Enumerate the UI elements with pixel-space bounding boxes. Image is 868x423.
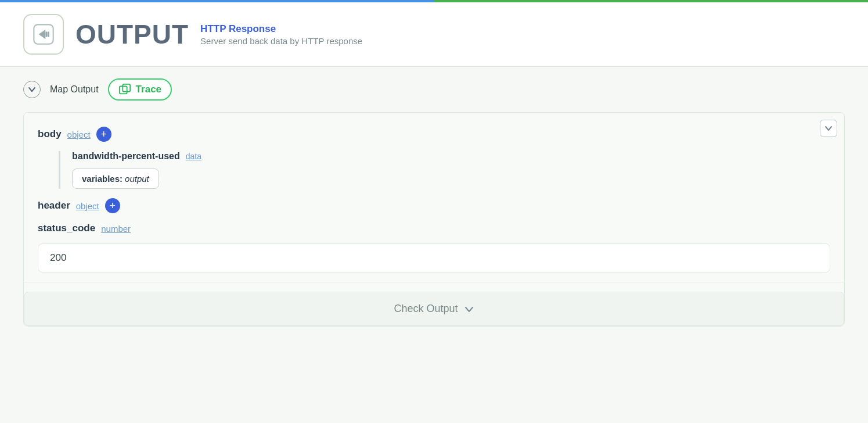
trace-button-label: Trace bbox=[136, 84, 161, 95]
map-output-collapse-button[interactable] bbox=[23, 81, 41, 98]
map-output-row: Map Output Trace bbox=[23, 78, 845, 101]
map-output-label: Map Output bbox=[50, 84, 99, 95]
bandwidth-field-name: bandwidth-percent-used bbox=[72, 151, 180, 162]
variables-pill: variables: output bbox=[72, 169, 159, 189]
main-container: OUTPUT HTTP Response Server send back da… bbox=[0, 0, 868, 423]
header-section: OUTPUT HTTP Response Server send back da… bbox=[0, 2, 868, 67]
check-output-button[interactable]: Check Output bbox=[24, 292, 844, 326]
header-field-type[interactable]: object bbox=[76, 201, 99, 211]
chevron-down-icon bbox=[28, 85, 36, 94]
header-field-row: header object + bbox=[38, 198, 830, 213]
bandwidth-field-row: bandwidth-percent-used data bbox=[72, 151, 830, 162]
status-code-value-box: 200 bbox=[38, 243, 830, 273]
status-code-field-name: status_code bbox=[38, 223, 95, 234]
body-field-type[interactable]: object bbox=[67, 130, 91, 139]
output-title-text: OUTPUT bbox=[75, 19, 189, 50]
http-response-desc: Server send back data by HTTP response bbox=[200, 36, 362, 46]
trace-button[interactable]: Trace bbox=[108, 78, 172, 101]
card-collapse-button[interactable] bbox=[820, 120, 837, 137]
divider bbox=[24, 282, 844, 282]
nested-bandwidth: bandwidth-percent-used data variables: o… bbox=[59, 151, 830, 189]
check-output-label: Check Output bbox=[394, 303, 458, 315]
collapse-icon bbox=[824, 124, 833, 132]
trace-icon bbox=[118, 83, 131, 96]
variables-label: variables: bbox=[82, 174, 123, 184]
status-code-field-row: status_code number bbox=[38, 223, 830, 234]
bandwidth-field-type[interactable]: data bbox=[186, 152, 201, 161]
check-output-chevron-icon bbox=[464, 304, 474, 314]
progress-bar bbox=[0, 0, 868, 2]
body-field-row: body object + bbox=[38, 127, 830, 142]
body-add-button[interactable]: + bbox=[96, 127, 111, 142]
header-field-name: header bbox=[38, 200, 70, 212]
variables-value: output bbox=[125, 174, 149, 184]
header-meta: HTTP Response Server send back data by H… bbox=[200, 23, 362, 46]
svg-marker-1 bbox=[39, 30, 46, 40]
http-response-label: HTTP Response bbox=[200, 23, 362, 35]
header-add-button[interactable]: + bbox=[105, 198, 120, 213]
back-button[interactable] bbox=[23, 14, 64, 55]
content-section: Map Output Trace body object bbox=[0, 67, 868, 338]
body-field-name: body bbox=[38, 128, 62, 140]
status-code-field-type[interactable]: number bbox=[101, 224, 131, 234]
back-icon bbox=[32, 23, 55, 46]
data-card: body object + bandwidth-percent-used dat… bbox=[23, 112, 845, 327]
